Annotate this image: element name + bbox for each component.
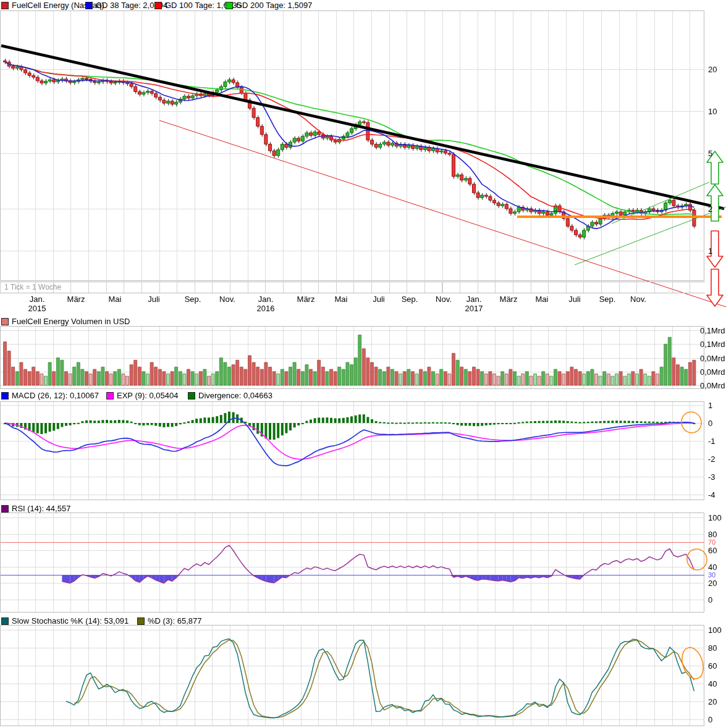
rsi-panel[interactable]: [0, 513, 705, 613]
volume-tick: 0,1Mrd: [700, 326, 725, 335]
stoch-tick-60: 60: [708, 661, 717, 671]
macd-legend-item-0: MACD (26, 12): 0,10067: [1, 391, 99, 400]
volume-tick: 0,1Mrd: [700, 340, 725, 349]
tick-note: 1 Tick = 1 Woche: [4, 283, 61, 291]
volume-legend-item-0: FuelCell Energy Volumen in USD: [1, 317, 130, 326]
x-axis-label: Mai: [335, 295, 348, 304]
rsi-lower-band-label: 30: [708, 571, 715, 579]
volume-legend: FuelCell Energy Volumen in USD: [0, 317, 726, 326]
x-axis-label: Mai: [109, 295, 122, 304]
stoch-tick-20: 20: [708, 697, 717, 706]
price-panel[interactable]: [0, 10, 705, 282]
volume-panel[interactable]: [0, 326, 705, 389]
legend-swatch-icon: [137, 617, 145, 625]
x-axis-label: Mai: [536, 295, 549, 304]
x-axis-label: Juli: [373, 295, 385, 304]
stoch-tick-80: 80: [708, 643, 717, 653]
tick-strip: [0, 282, 705, 293]
macd-tick--4: -4: [708, 490, 715, 500]
macd-tick-0: 0: [708, 419, 712, 428]
rsi-tick-0: 0: [708, 595, 712, 605]
stock-chart-page: FuelCell Energy (Nasdaq)GD 38 Tage: 2,04…: [0, 0, 726, 728]
volume-tick: 0,0Mrd: [700, 353, 725, 362]
stochastic-legend: Slow Stochastic %K (14): 53,091%D (3): 6…: [0, 616, 726, 625]
legend-swatch-icon: [1, 505, 9, 513]
macd-legend-item-2: Divergence: 0,04663: [188, 391, 272, 400]
price-tick-10: 10: [708, 107, 717, 116]
macd-legend: MACD (26, 12): 0,10067EXP (9): 0,05404Di…: [0, 391, 726, 400]
x-axis-label: Sep.: [185, 295, 201, 304]
rsi-tick-80: 80: [708, 529, 717, 538]
legend-label: EXP (9): 0,05404: [117, 391, 179, 400]
legend-label: Slow Stochastic %K (14): 53,091: [12, 616, 129, 625]
stoch-legend-item-0: Slow Stochastic %K (14): 53,091: [1, 616, 129, 625]
macd-legend-item-1: EXP (9): 0,05404: [106, 391, 179, 400]
x-axis-label: Juli: [148, 295, 160, 304]
x-axis-label: Jan.2015: [28, 295, 46, 313]
x-axis-label: Juli: [568, 295, 581, 304]
legend-label: Divergence: 0,04663: [198, 391, 272, 400]
rsi-legend: RSI (14): 44,557: [0, 504, 726, 513]
rsi-tick-60: 60: [708, 546, 717, 555]
volume-tick: 0,0Mrd: [700, 381, 725, 390]
x-axis-label: März: [500, 295, 518, 304]
rsi-tick-100: 100: [708, 513, 722, 522]
x-axis-label: März: [297, 295, 315, 304]
volume-tick: 0,0Mrd: [700, 367, 725, 376]
stoch-tick-40: 40: [708, 679, 717, 688]
legend-label: FuelCell Energy Volumen in USD: [12, 317, 130, 326]
rsi-legend-item-0: RSI (14): 44,557: [1, 504, 70, 513]
rsi-tick-40: 40: [708, 562, 717, 571]
macd-tick--2: -2: [708, 454, 715, 464]
price-tick-20: 20: [708, 64, 717, 73]
macd-tick--1: -1: [708, 437, 715, 446]
macd-tick--3: -3: [708, 472, 715, 482]
x-axis-label: März: [67, 295, 85, 304]
rsi-tick-20: 20: [708, 579, 717, 588]
legend-swatch-icon: [106, 392, 114, 400]
x-axis-label: Jan.2017: [465, 295, 483, 313]
price-tick-5: 5: [708, 149, 712, 158]
stoch-tick-100: 100: [708, 625, 722, 635]
x-axis-label: Nov.: [630, 295, 646, 304]
x-axis-label: Sep.: [599, 295, 616, 304]
legend-swatch-icon: [1, 318, 9, 325]
x-axis-label: Jan.2016: [257, 295, 275, 313]
x-axis-label: Nov.: [219, 295, 235, 304]
price-tick-2: 2: [708, 204, 712, 213]
stoch-legend-item-1: %D (3): 65,877: [137, 616, 201, 625]
stoch-tick-0: 0: [708, 715, 712, 724]
macd-tick-1: 1: [708, 401, 712, 410]
legend-swatch-icon: [1, 392, 9, 400]
legend-label: RSI (14): 44,557: [12, 504, 70, 513]
x-axis-label: Sep.: [402, 295, 418, 304]
legend-swatch-icon: [188, 392, 195, 400]
x-axis-label: Nov.: [436, 295, 452, 304]
price-tick-1: 1: [708, 246, 712, 256]
legend-swatch-icon: [1, 617, 9, 625]
legend-label: %D (3): 65,877: [148, 616, 201, 625]
legend-label: MACD (26, 12): 0,10067: [12, 391, 99, 400]
macd-panel[interactable]: [0, 401, 705, 500]
rsi-upper-band-label: 70: [708, 538, 715, 546]
stochastic-panel[interactable]: [0, 625, 705, 726]
